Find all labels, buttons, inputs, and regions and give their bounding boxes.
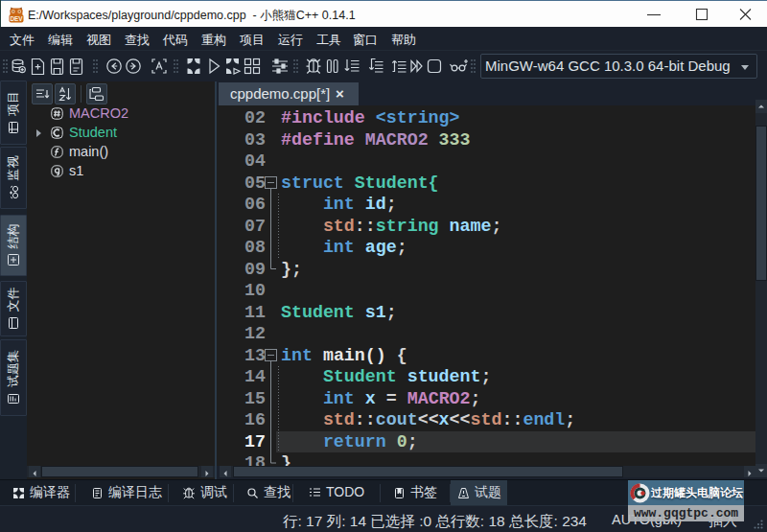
svg-text:DEV: DEV bbox=[10, 15, 23, 22]
